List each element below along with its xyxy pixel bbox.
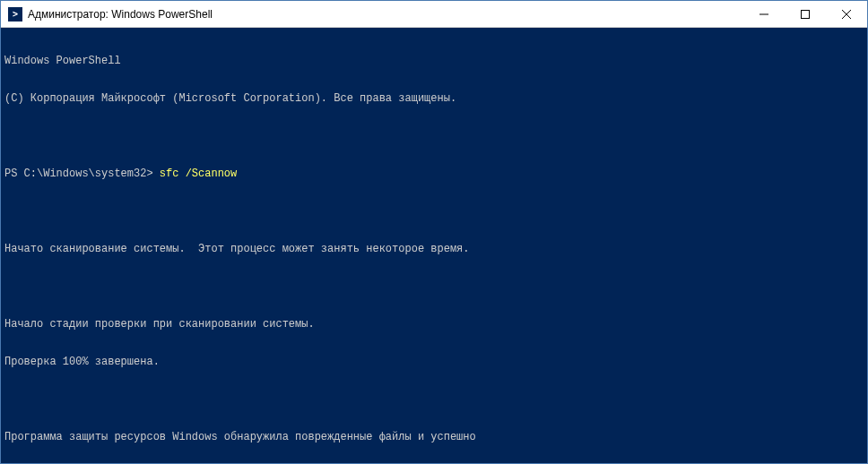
terminal-output: Начало стадии проверки при сканировании … <box>4 318 864 331</box>
svg-rect-1 <box>802 10 810 18</box>
powershell-window: Администратор: Windows PowerShell Window <box>0 0 868 464</box>
window-title: Администратор: Windows PowerShell <box>28 8 743 21</box>
titlebar[interactable]: Администратор: Windows PowerShell <box>1 1 867 28</box>
terminal-output: Windows PowerShell <box>4 55 864 67</box>
maximize-icon <box>801 10 810 19</box>
terminal-output: PS C:\Windows\system32> sfc /Scannow <box>4 168 864 180</box>
prompt: PS C:\Windows\system32> <box>4 168 160 180</box>
terminal-output: Программа защиты ресурсов Windows обнару… <box>4 431 864 443</box>
minimize-icon <box>760 10 768 19</box>
close-icon <box>842 10 851 19</box>
terminal-output <box>4 130 864 142</box>
terminal-output <box>4 393 864 406</box>
close-button[interactable] <box>826 1 867 27</box>
terminal-area[interactable]: Windows PowerShell (C) Корпорация Майкро… <box>1 28 867 463</box>
minimize-button[interactable] <box>743 1 785 27</box>
terminal-output: (C) Корпорация Майкрософт (Microsoft Cor… <box>4 92 864 105</box>
command-text: sfc /Scannow <box>160 168 237 180</box>
terminal-output <box>4 280 864 293</box>
terminal-output <box>4 205 864 218</box>
terminal-output: Начато сканирование системы. Этот процес… <box>4 243 864 255</box>
window-controls <box>743 1 867 27</box>
maximize-button[interactable] <box>785 1 826 27</box>
powershell-icon <box>8 7 22 21</box>
terminal-output: Проверка 100% завершена. <box>4 356 864 368</box>
